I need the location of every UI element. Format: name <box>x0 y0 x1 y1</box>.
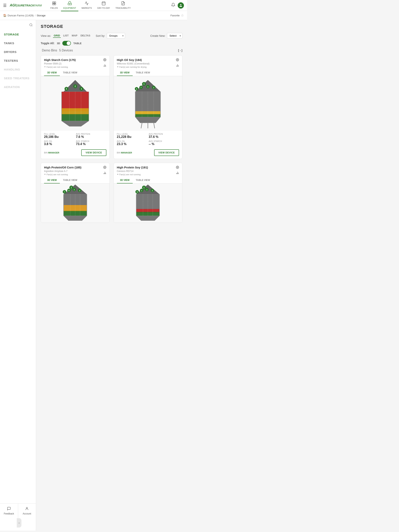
favorite-button[interactable]: ☆ <box>181 13 184 18</box>
view-option-list[interactable]: LIST <box>62 34 69 38</box>
chart-icon-191[interactable] <box>176 171 179 175</box>
sort-by-label: Sort by: <box>96 34 105 37</box>
gear-icon-185[interactable] <box>103 166 106 170</box>
markets-icon <box>84 1 89 6</box>
sidebar-item-storage[interactable]: STORAGE <box>0 30 36 39</box>
nav-traceability[interactable]: TRACEABILITY <box>113 0 133 11</box>
gear-icon-184[interactable] <box>176 58 179 62</box>
main-layout: STORAGE TANKS DRYERS TESTERS HANDLING SE… <box>0 20 187 531</box>
sidebar-feedback[interactable]: Feedback <box>0 504 18 518</box>
view-option-grid[interactable]: GRID <box>53 34 61 38</box>
svg-text:8: 8 <box>68 190 69 192</box>
bin-card-header-185: High Protein/Oil Corn (185) Ingredion Am… <box>41 163 109 177</box>
chart-icon-184[interactable] <box>176 64 179 68</box>
sort-by-select[interactable]: Groups Name Fill Level <box>107 33 125 38</box>
bin-tab-3d-191[interactable]: 3D VIEW <box>117 177 133 184</box>
bin-fan-status-184: ✦ Fan(s) are running for drying. <box>117 66 176 68</box>
stat-starch-value-175: 73.4 % <box>76 142 106 146</box>
nav-markets-label: MARKETS <box>81 7 92 9</box>
logo-suretrack: SURETRACK <box>17 4 34 7</box>
stat-protein-label-175: AVG PROTEIN <box>76 133 106 135</box>
stat-oil-label-184: AVG OIL <box>117 140 147 142</box>
bin-silo-svg-185: 1 7 8 2 3 <box>52 184 99 222</box>
stat-fill-level-184: FILL LEVEL 21,228 Bu <box>117 133 147 139</box>
toggle-switch[interactable] <box>62 41 71 45</box>
search-icon[interactable] <box>29 23 33 28</box>
bin-manager-184[interactable]: BIN MANAGER <box>117 152 132 154</box>
toggle-3d-label: 3D <box>57 42 60 45</box>
bin-visual-185: 1 7 8 2 3 <box>41 184 109 222</box>
main-content: STORAGE View as: GRID LIST MAP DELTAS So… <box>36 20 187 531</box>
toggle-knob <box>67 41 71 45</box>
bin-card-175: High Starch Corn (175) Pioneer 0589 (2) … <box>41 55 110 159</box>
equipment-icon <box>68 1 72 6</box>
sidebar-item-dryers[interactable]: DRYERS <box>0 48 36 56</box>
bin-tab-3d-184[interactable]: 3D VIEW <box>117 70 133 76</box>
stat-fill-value-184: 21,228 Bu <box>117 135 147 139</box>
sidebar-item-testers[interactable]: TESTERS <box>0 56 36 65</box>
bin-tab-table-184[interactable]: TABLE VIEW <box>133 70 153 76</box>
bin-tabs-185: 3D VIEW TABLE VIEW <box>41 177 109 184</box>
bin-manager-175[interactable]: BIN MANAGER <box>44 152 59 154</box>
notification-bell-icon[interactable] <box>171 3 175 8</box>
section-collapse-button[interactable]: [ - ] <box>178 49 182 52</box>
favorite-label: Favorite <box>170 14 180 17</box>
svg-text:6: 6 <box>136 88 137 90</box>
chart-icon-185[interactable] <box>103 171 106 175</box>
breadcrumb-separator: / <box>35 14 36 17</box>
sort-by-dropdown-wrapper: Groups Name Fill Level ▾ <box>107 33 125 38</box>
user-avatar[interactable] <box>178 2 184 9</box>
stat-oil-value-175: 3.8 % <box>44 142 74 146</box>
bin-title-175: High Starch Corn (175) <box>44 58 103 62</box>
stat-fill-level-175: FILL LEVEL 29,186 Bu <box>44 133 74 139</box>
view-as-label: View as: <box>41 34 51 37</box>
nav-markets[interactable]: MARKETS <box>79 0 94 11</box>
bin-tab-table-175[interactable]: TABLE VIEW <box>60 70 80 76</box>
breadcrumb-farm[interactable]: Duncan Farms (11429) <box>8 14 34 17</box>
svg-text:2: 2 <box>153 87 154 89</box>
svg-point-91 <box>177 167 178 168</box>
breadcrumb-left: 🏠 Duncan Farms (11429) / Storage <box>3 14 45 17</box>
stat-starch-label-184: AVG STARCH <box>149 140 179 142</box>
bin-footer-175: BIN MANAGER VIEW DEVICE <box>41 147 109 159</box>
stat-fill-value-175: 29,186 Bu <box>44 135 74 139</box>
chart-icon-175[interactable] <box>103 64 106 68</box>
svg-rect-3 <box>54 3 56 5</box>
bin-silo-svg-191: 1 8 1 1 2 <box>124 184 171 222</box>
create-new-select[interactable]: Select Bin Group <box>167 33 182 38</box>
bin-tab-3d-185[interactable]: 3D VIEW <box>44 177 60 184</box>
stat-fill-label-175: FILL LEVEL <box>44 133 74 135</box>
view-device-button-175[interactable]: VIEW DEVICE <box>81 149 106 156</box>
nav-day-to-day[interactable]: DAY-TO-DAY <box>95 0 112 11</box>
bin-tab-table-191[interactable]: TABLE VIEW <box>133 177 153 184</box>
sidebar: STORAGE TANKS DRYERS TESTERS HANDLING SE… <box>0 20 36 531</box>
nav-fields[interactable]: FIELDS <box>48 0 60 11</box>
hamburger-menu[interactable]: ☰ <box>3 3 7 8</box>
stat-oil-value-184: 23.3 % <box>117 142 147 146</box>
svg-point-15 <box>26 507 28 509</box>
view-device-button-184[interactable]: VIEW DEVICE <box>154 149 179 156</box>
bin-subtitle-184: Willcross 9193C (Conventional) <box>117 62 176 65</box>
toggle-all-label: Toggle All: <box>41 42 55 45</box>
gear-icon-191[interactable] <box>176 166 179 170</box>
svg-text:1: 1 <box>71 187 72 189</box>
svg-marker-57 <box>135 117 161 123</box>
day-to-day-icon <box>102 1 106 6</box>
nav-fields-label: FIELDS <box>50 7 58 9</box>
account-icon <box>25 507 29 512</box>
bin-tab-table-185[interactable]: TABLE VIEW <box>60 177 80 184</box>
gear-icon-175[interactable] <box>103 58 106 62</box>
bin-tab-3d-175[interactable]: 3D VIEW <box>44 70 60 76</box>
sidebar-item-tanks[interactable]: TANKS <box>0 39 36 48</box>
nav-equipment[interactable]: EQUIPMENT <box>61 0 78 11</box>
sidebar-account[interactable]: Account <box>18 504 36 518</box>
fan-icon-191: ✦ <box>117 173 119 176</box>
bin-silo-svg-184: 1 6 7 1 2 <box>124 78 171 129</box>
view-option-map[interactable]: MAP <box>71 34 78 38</box>
svg-point-13 <box>30 24 32 26</box>
view-option-deltas[interactable]: DELTAS <box>80 34 91 38</box>
account-label: Account <box>23 512 31 515</box>
sidebar-collapse-button[interactable]: ‹ <box>17 518 21 527</box>
svg-point-66 <box>104 167 105 168</box>
stat-protein-value-184: 37.6 % <box>149 135 179 139</box>
